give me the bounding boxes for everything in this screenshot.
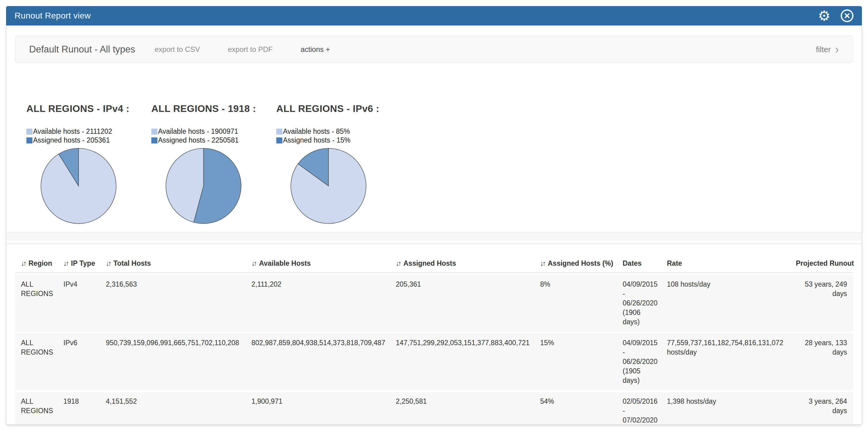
legend-label: Assigned hosts - 2250581	[158, 136, 239, 145]
table-row: ALL REGIONSIPv42,316,5632,111,202205,361…	[15, 275, 853, 332]
report-title: Default Runout - All types	[29, 44, 135, 55]
date-line: -	[623, 406, 658, 415]
date-line: (1905 days)	[623, 367, 658, 385]
date-line: (1906 days)	[623, 308, 658, 327]
column-header-label: Available Hosts	[259, 259, 311, 267]
legend-swatch-icon	[151, 137, 157, 144]
chart-legend: Available hosts - 2111202Assigned hosts …	[26, 127, 151, 145]
cell-dates: 04/09/2015-06/26/2020(1906 days)	[617, 275, 661, 332]
sort-icon: ↓↑	[21, 259, 26, 267]
column-header-label: Assigned Hosts (%)	[548, 259, 613, 267]
report-panel: Default Runout - All types export to CSV…	[6, 26, 862, 425]
legend-item: Assigned hosts - 2250581	[151, 136, 276, 145]
charts-row: ALL REGIONS - IPv4 : Available hosts - 2…	[6, 103, 862, 225]
cell-ip-type: IPv4	[57, 275, 100, 332]
chart-legend: Available hosts - 85%Assigned hosts - 15…	[276, 127, 401, 145]
column-header-region[interactable]: ↓↑Region	[15, 255, 57, 273]
cell-ip-type: 1918	[57, 392, 100, 425]
cell-dates: 04/09/2015-06/26/2020(1905 days)	[617, 333, 661, 390]
sort-icon: ↓↑	[63, 259, 68, 267]
date-line: 06/26/2020	[623, 357, 658, 367]
filter-label: filter	[816, 45, 831, 54]
column-header-label: Total Hosts	[114, 259, 151, 267]
runout-table: ↓↑Region↓↑IP Type↓↑Total Hosts↓↑Availabl…	[15, 253, 853, 425]
report-toolbar: Default Runout - All types export to CSV…	[15, 36, 853, 63]
sort-icon: ↓↑	[251, 259, 256, 267]
pie-chart-block: ALL REGIONS - IPv4 : Available hosts - 2…	[26, 103, 151, 225]
cell-assigned-pct: 15%	[534, 333, 617, 390]
legend-swatch-icon	[276, 129, 282, 135]
column-header-assigned-hosts[interactable]: ↓↑Assigned Hosts (%)	[534, 255, 617, 273]
date-line: 02/05/2016	[623, 397, 658, 406]
chart-title: ALL REGIONS - IPv6 :	[276, 103, 401, 114]
column-header-dates: Dates	[617, 255, 661, 273]
chart-legend: Available hosts - 1900971Assigned hosts …	[151, 127, 276, 145]
column-header-label: Region	[29, 259, 52, 267]
column-header-label: Dates	[623, 259, 642, 267]
legend-item: Assigned hosts - 205361	[26, 136, 151, 145]
sort-icon: ↓↑	[106, 259, 111, 267]
table-row: ALL REGIONSIPv6950,739,159,096,991,665,7…	[15, 333, 853, 390]
legend-item: Available hosts - 85%	[276, 127, 401, 136]
cell-assigned-hosts: 205,361	[390, 275, 534, 332]
pie-chart-block: ALL REGIONS - IPv6 : Available hosts - 8…	[276, 103, 401, 225]
date-line: -	[623, 289, 658, 299]
legend-swatch-icon	[26, 129, 32, 135]
legend-swatch-icon	[26, 137, 32, 144]
cell-region: ALL REGIONS	[15, 392, 57, 425]
chart-title: ALL REGIONS - IPv4 :	[26, 103, 151, 114]
legend-swatch-icon	[276, 137, 282, 144]
window-titlebar: Runout Report view ⚙ ×	[6, 6, 862, 26]
column-header-projected-runout: Projected Runout	[790, 255, 853, 273]
column-header-rate: Rate	[661, 255, 790, 273]
column-header-label: Rate	[667, 259, 682, 267]
legend-item: Available hosts - 1900971	[151, 127, 276, 136]
charts-separator-band	[6, 232, 862, 241]
cell-projected-runout: 53 years, 249 days	[790, 275, 853, 332]
column-header-ip-type[interactable]: ↓↑IP Type	[57, 255, 100, 273]
chart-title: ALL REGIONS - 1918 :	[151, 103, 276, 114]
cell-region: ALL REGIONS	[15, 275, 57, 332]
date-line: -	[623, 348, 658, 357]
cell-rate: 108 hosts/day	[661, 275, 790, 332]
legend-label: Available hosts - 1900971	[158, 127, 238, 135]
date-line: 04/09/2015	[623, 338, 658, 348]
export-csv-link[interactable]: export to CSV	[155, 45, 200, 54]
runout-report-window: Runout Report view ⚙ × Default Runout - …	[6, 6, 862, 425]
cell-assigned-pct: 8%	[534, 275, 617, 332]
cell-projected-runout: 28 years, 133 days	[790, 333, 853, 390]
legend-label: Assigned hosts - 205361	[33, 136, 110, 145]
legend-label: Assigned hosts - 15%	[283, 136, 350, 145]
column-header-total-hosts[interactable]: ↓↑Total Hosts	[100, 255, 245, 273]
legend-item: Assigned hosts - 15%	[276, 136, 401, 145]
legend-label: Available hosts - 85%	[283, 127, 350, 135]
cell-assigned-pct: 54%	[534, 392, 617, 425]
export-pdf-link[interactable]: export to PDF	[228, 45, 273, 54]
table-row: ALL REGIONS19184,151,5521,900,9712,250,5…	[15, 392, 853, 425]
chevron-right-icon: ›	[835, 45, 839, 53]
date-line: 07/02/2020	[623, 415, 658, 425]
gear-icon[interactable]: ⚙	[818, 9, 830, 23]
column-header-label: IP Type	[71, 259, 95, 267]
table-body: ALL REGIONSIPv42,316,5632,111,202205,361…	[15, 275, 853, 425]
column-header-available-hosts[interactable]: ↓↑Available Hosts	[245, 255, 390, 273]
cell-dates: 02/05/2016-07/02/2020(1610 days)	[617, 392, 661, 425]
column-header-label: Projected Runout	[796, 259, 854, 267]
column-header-label: Assigned Hosts	[403, 259, 456, 267]
cell-projected-runout: 3 years, 264 days	[790, 392, 853, 425]
column-header-assigned-hosts[interactable]: ↓↑Assigned Hosts	[390, 255, 534, 273]
pie-chart	[40, 147, 117, 225]
charts-separator-line	[6, 243, 862, 244]
actions-menu-button[interactable]: actions +	[301, 45, 330, 54]
sort-icon: ↓↑	[396, 259, 400, 267]
runout-table-container: ↓↑Region↓↑IP Type↓↑Total Hosts↓↑Availabl…	[15, 253, 853, 425]
cell-rate: 1,398 hosts/day	[661, 392, 790, 425]
cell-assigned-hosts: 147,751,299,292,053,151,377,883,400,721	[390, 333, 534, 390]
cell-available-hosts: 802,987,859,804,938,514,373,818,709,487	[245, 333, 390, 390]
close-icon[interactable]: ×	[841, 9, 854, 22]
close-x-glyph: ×	[844, 10, 850, 21]
pie-chart	[165, 147, 242, 225]
date-line: 06/26/2020	[623, 299, 658, 308]
filter-toggle[interactable]: filter ›	[816, 45, 839, 54]
sort-icon: ↓↑	[540, 259, 545, 267]
